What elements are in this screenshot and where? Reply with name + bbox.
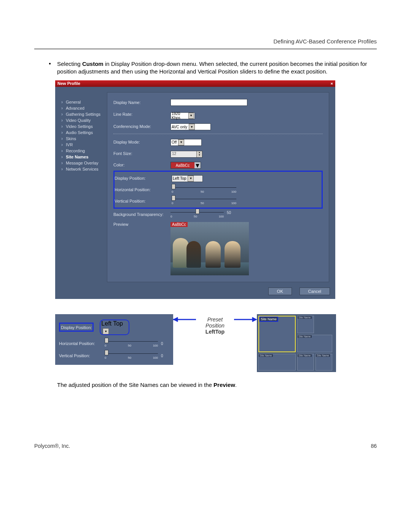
- tick-0: 0: [170, 215, 172, 218]
- illus-label-display-position: Display Position:: [61, 325, 92, 330]
- layout-grid: Site Name Site Name Site Name Site Name …: [257, 314, 336, 372]
- tick-100: 100: [231, 190, 236, 193]
- font-size-value: 12: [171, 151, 196, 157]
- svg-marker-3: [252, 317, 257, 322]
- divider: [113, 134, 323, 134]
- layout-cell: Site Name: [315, 354, 332, 371]
- chevron-down-icon: ▼: [189, 124, 195, 130]
- dialog-title: New Profile: [57, 81, 80, 86]
- sidebar-item-general[interactable]: General: [61, 99, 107, 105]
- site-name-badge: Site Name: [259, 354, 273, 357]
- illus-label-vert: Vertical Position:: [59, 353, 105, 358]
- illus-left-panel: Display Position: Left Top ▼ Horizontal …: [55, 314, 173, 365]
- illus-center: Preset Position LeftTop: [173, 314, 257, 335]
- chevron-down-icon: ▼: [103, 328, 109, 334]
- display-name-input[interactable]: [170, 99, 247, 106]
- sidebar-item-advanced[interactable]: Advanced: [61, 105, 107, 111]
- color-swatch: AaBbCc: [171, 162, 194, 168]
- display-mode-value: Off: [172, 140, 177, 144]
- tick-100: 100: [153, 356, 158, 359]
- illus-vert-value: 0: [161, 354, 163, 358]
- footer-company: Polycom®, Inc.: [34, 443, 70, 449]
- illus-vert-slider[interactable]: 0 50 100: [105, 352, 158, 359]
- layout-cell: Site Name: [297, 354, 314, 371]
- p2-bold: Preview: [213, 382, 235, 388]
- p1-bold: Custom: [82, 61, 104, 67]
- label-preview: Preview: [113, 222, 170, 227]
- tick-100: 100: [231, 201, 236, 205]
- sidebar-item-video-quality[interactable]: Video Quality: [61, 117, 107, 123]
- font-size-spinner[interactable]: 12 ▲▼: [170, 151, 202, 158]
- site-name-badge: Site Name: [316, 354, 330, 357]
- footer-page: 86: [371, 443, 377, 449]
- label-conf-mode: Conferencing Mode:: [113, 124, 170, 129]
- bg-transparency-slider[interactable]: 0 50 100: [170, 211, 224, 218]
- sidebar-item-video-settings[interactable]: Video Settings: [61, 123, 107, 129]
- chevron-down-icon: ▼: [188, 176, 194, 182]
- display-position-value: Left Top: [173, 176, 186, 181]
- illus-label-horiz: Horizontal Position:: [59, 341, 105, 346]
- label-display-mode: Display Mode:: [113, 140, 170, 144]
- label-horiz-position: Horizontal Position:: [115, 187, 172, 192]
- p1-b: in Display Position drop-down menu. When…: [57, 61, 367, 75]
- chevron-down-icon: ▼: [178, 139, 184, 145]
- dialog-titlebar: New Profile ×: [55, 80, 335, 87]
- illus-horiz-slider[interactable]: 0 50 100: [105, 340, 158, 347]
- label-color: Color:: [113, 163, 170, 167]
- layout-cell: Site Name: [258, 354, 296, 371]
- p1-a: Selecting: [57, 61, 82, 67]
- label-line-rate: Line Rate:: [113, 112, 170, 117]
- intro-paragraph: Selecting Custom in Display Position dro…: [57, 60, 377, 76]
- sidebar-item-site-names[interactable]: Site Names: [61, 154, 107, 160]
- label-display-position: Display Position:: [115, 176, 172, 181]
- label-display-name: Display Name:: [113, 100, 170, 105]
- line-rate-select[interactable]: 1920 Kbps ▼: [170, 112, 195, 119]
- conf-mode-value: AVC only: [172, 125, 187, 129]
- cancel-button[interactable]: Cancel: [299, 288, 330, 295]
- label-bg-trans: Background Transparency:: [113, 212, 170, 217]
- dialog-sidebar: GeneralAdvancedGathering SettingsVideo Q…: [61, 92, 107, 282]
- preview-image: AaBbCc: [170, 222, 249, 275]
- new-profile-dialog: New Profile × GeneralAdvancedGathering S…: [55, 80, 335, 299]
- sidebar-item-recording[interactable]: Recording: [61, 148, 107, 154]
- layout-cell: Site Name: [297, 335, 332, 352]
- position-highlight: Display Position: Left Top ▼ Horizontal …: [113, 171, 323, 209]
- sidebar-item-ivr[interactable]: IVR: [61, 142, 107, 148]
- illus-display-position-value: Left Top: [101, 320, 123, 327]
- tick-0: 0: [172, 201, 173, 205]
- tick-50: 50: [201, 190, 204, 193]
- horizontal-position-slider[interactable]: 0 50 100: [172, 186, 236, 193]
- lefttop-label: LeftTop: [173, 329, 257, 335]
- vertical-position-slider[interactable]: 0 50 100: [172, 197, 236, 205]
- sidebar-item-message-overlay[interactable]: Message Overlay: [61, 160, 107, 166]
- tick-50: 50: [194, 215, 197, 218]
- sidebar-item-network-services[interactable]: Network Services: [61, 166, 107, 172]
- sidebar-item-skins[interactable]: Skins: [61, 136, 107, 142]
- close-icon[interactable]: ×: [330, 81, 333, 86]
- tick-50: 50: [201, 201, 204, 205]
- line-rate-value: 1920 Kbps: [172, 112, 187, 120]
- conf-mode-select[interactable]: AVC only ▼: [170, 123, 211, 130]
- color-select[interactable]: AaBbCc ▼: [170, 162, 201, 169]
- site-name-badge: Site Name: [298, 335, 312, 338]
- ok-button[interactable]: OK: [268, 288, 292, 295]
- sidebar-item-gathering-settings[interactable]: Gathering Settings: [61, 111, 107, 117]
- bg-trans-value: 50: [227, 211, 231, 215]
- sidebar-item-audio-settings[interactable]: Audio Settings: [61, 129, 107, 136]
- svg-marker-1: [173, 317, 178, 322]
- tick-0: 0: [105, 356, 106, 359]
- tick-0: 0: [105, 344, 106, 347]
- tick-50: 50: [128, 356, 131, 359]
- chevron-down-icon: ▼: [188, 113, 194, 119]
- tick-0: 0: [172, 190, 173, 193]
- site-name-badge-main: Site Name: [259, 316, 278, 322]
- p2-b: .: [235, 382, 237, 388]
- layout-cell: Site Name: [297, 316, 314, 333]
- page-header: Defining AVC-Based Conference Profiles: [34, 38, 377, 50]
- illus-horiz-value: 0: [161, 342, 163, 346]
- closing-paragraph: The adjusted position of the Site Names …: [57, 381, 377, 389]
- tick-50: 50: [128, 344, 131, 347]
- display-mode-select[interactable]: Off ▼: [170, 139, 202, 146]
- display-position-select[interactable]: Left Top ▼: [172, 175, 203, 182]
- illus-display-position-select[interactable]: Left Top ▼: [100, 320, 129, 335]
